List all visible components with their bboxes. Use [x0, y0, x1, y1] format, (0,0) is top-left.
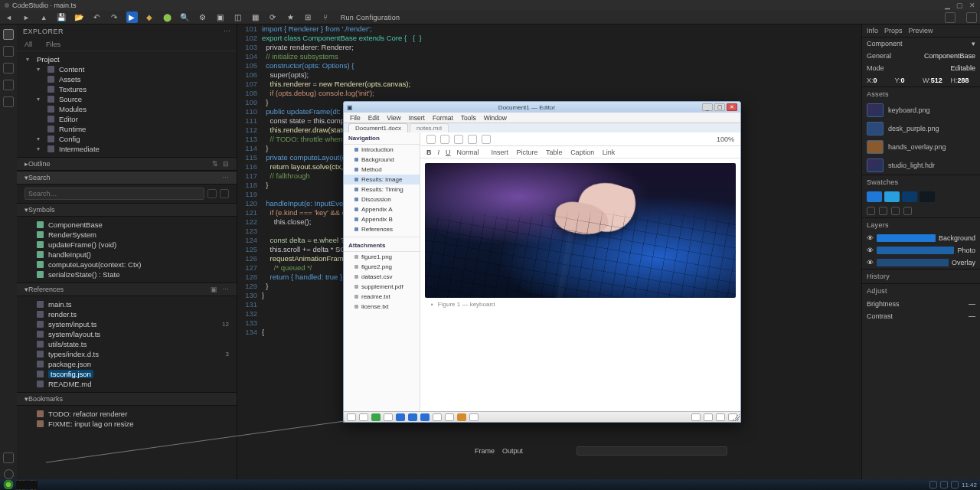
settings-icon[interactable]: ⚙ — [197, 11, 208, 23]
refs-section[interactable]: ▾References ▣⋯ — [17, 283, 237, 296]
maximize-icon[interactable]: ▢ — [956, 2, 963, 9]
layout-2-icon[interactable] — [966, 12, 977, 23]
refresh-icon[interactable]: ⟳ — [267, 11, 279, 23]
tree-root[interactable]: ▾Project — [17, 54, 237, 64]
asset-item[interactable]: hands_overlay.png — [862, 138, 980, 156]
child-attachment-item[interactable]: readme.txt — [344, 292, 420, 302]
child-minimize-button[interactable]: _ — [702, 103, 713, 111]
style-select[interactable]: Normal — [457, 149, 479, 156]
refs-more-icon[interactable]: ⋯ — [222, 286, 229, 293]
reference-item[interactable]: types/index.d.ts3 — [17, 349, 237, 359]
child-sb-icon[interactable] — [408, 413, 417, 421]
child-nav-item[interactable]: Results: Image — [344, 175, 420, 185]
child-nav-item[interactable]: Discussion — [344, 194, 420, 204]
child-format-item[interactable]: Caption — [570, 149, 594, 156]
reference-item[interactable]: main.ts — [17, 299, 237, 309]
child-zoom[interactable]: 100% — [717, 136, 734, 143]
rail-ext-icon[interactable] — [3, 96, 14, 107]
tree-item[interactable]: Assets — [17, 74, 237, 84]
child-format-item[interactable]: Picture — [517, 149, 538, 156]
code-line[interactable]: 104 // initialize subsystems — [237, 52, 861, 61]
reference-item[interactable]: render.ts — [17, 309, 237, 319]
color-swatch[interactable] — [902, 191, 917, 202]
asset-item[interactable]: desk_purple.png — [862, 119, 980, 138]
asset-item[interactable]: studio_light.hdr — [862, 156, 980, 175]
tree-folder[interactable]: ▾Config — [17, 134, 237, 144]
tree-folder[interactable]: ▾Intermediate — [17, 144, 237, 154]
inspector-tab[interactable]: Preview — [909, 27, 933, 34]
rail-search-icon[interactable] — [3, 46, 14, 57]
grid-icon[interactable]: ▦ — [250, 11, 261, 23]
child-sb-icon[interactable] — [457, 413, 466, 421]
redo-icon[interactable]: ↷ — [109, 11, 120, 23]
rail-git-icon[interactable] — [3, 63, 14, 74]
inspector-tab[interactable]: Info — [867, 27, 878, 34]
symbol-item[interactable]: ComponentBase — [17, 220, 237, 230]
child-nav-item[interactable]: Results: Timing — [344, 185, 420, 194]
inspector-field[interactable]: H:288 — [951, 77, 976, 84]
bookmarks-section[interactable]: ▾Bookmarks — [17, 392, 237, 406]
explorer-more-icon[interactable]: ⋯ — [224, 28, 231, 35]
child-window[interactable]: ▣ Document1 — Editor _ ▢ ✕ FileEditViewI… — [343, 101, 741, 423]
tree-item[interactable]: Modules — [17, 104, 237, 114]
inspector-value[interactable]: Editable — [950, 64, 975, 72]
child-nav-item[interactable]: Appendix A — [344, 204, 420, 214]
child-menu-item[interactable]: Format — [433, 114, 453, 122]
child-menu-item[interactable]: Tools — [461, 114, 476, 122]
delete-swatch-icon[interactable] — [891, 207, 900, 215]
start-button[interactable] — [3, 480, 14, 489]
split-icon[interactable]: ◫ — [232, 11, 243, 23]
outline-sort-icon[interactable]: ⇅ — [212, 160, 218, 168]
symbol-item[interactable]: updateFrame() (void) — [17, 240, 237, 250]
symbol-item[interactable]: RenderSystem — [17, 230, 237, 240]
code-line[interactable]: 103 private renderer: Renderer; — [237, 43, 861, 52]
layer-item[interactable]: 👁Photo — [862, 244, 980, 256]
nav-up-icon[interactable]: ▲ — [38, 14, 50, 21]
child-format-item[interactable]: Table — [546, 149, 563, 156]
child-attachment-item[interactable]: figure2.png — [344, 262, 420, 272]
chevron-down-icon[interactable]: ▾ — [972, 40, 975, 47]
child-sb-icon[interactable] — [445, 413, 454, 421]
command-input[interactable] — [577, 446, 727, 456]
search-opts-icon[interactable]: ⋯ — [222, 174, 229, 181]
tray-icon[interactable] — [940, 481, 948, 488]
symbol-item[interactable]: serializeState() : State — [17, 270, 237, 279]
child-attachment-item[interactable]: license.txt — [344, 302, 420, 312]
child-copy-icon[interactable] — [468, 135, 477, 144]
code-line[interactable]: 107 this.renderer = new Renderer(opts.ca… — [237, 80, 861, 89]
child-sb-icon[interactable] — [371, 413, 381, 421]
open-icon[interactable]: 📂 — [74, 11, 85, 23]
symbols-section[interactable]: ▾Symbols — [17, 203, 237, 217]
rail-settings-icon[interactable] — [4, 469, 14, 479]
add-swatch-icon[interactable] — [879, 207, 887, 215]
child-close-button[interactable]: ✕ — [727, 103, 737, 111]
child-format-item[interactable]: Link — [603, 149, 616, 156]
reference-item[interactable]: README.md — [17, 379, 237, 389]
bookmark-item[interactable]: TODO: refactor renderer — [17, 409, 237, 419]
layout-1-icon[interactable] — [945, 12, 956, 23]
child-menu-item[interactable]: Insert — [409, 114, 425, 122]
eye-icon[interactable]: 👁 — [867, 234, 874, 242]
inspector-field[interactable]: X:0 — [867, 77, 892, 84]
inspector-value[interactable]: ComponentBase — [924, 52, 975, 60]
reference-item[interactable]: tsconfig.json — [17, 369, 237, 379]
nav-fwd-icon[interactable]: ► — [21, 14, 32, 21]
outline-collapse-icon[interactable]: ⊟ — [223, 160, 229, 168]
symbol-item[interactable]: computeLayout(context: Ctx) — [17, 260, 237, 270]
bookmark-icon[interactable]: ★ — [285, 11, 296, 23]
search-case-icon[interactable] — [207, 189, 217, 198]
child-menu-item[interactable]: File — [350, 114, 361, 122]
symbol-item[interactable]: handleInput() — [17, 250, 237, 260]
embedded-image[interactable] — [425, 163, 736, 298]
child-sb-icon[interactable] — [347, 413, 356, 421]
nav-back-icon[interactable]: ◄ — [3, 14, 15, 21]
system-tray[interactable]: 11:42 — [929, 481, 977, 488]
adjust-item[interactable]: Brightness— — [862, 298, 980, 310]
child-sb-icon[interactable] — [396, 413, 405, 421]
child-print-icon[interactable] — [440, 135, 449, 144]
child-save-icon[interactable] — [426, 135, 436, 144]
reference-item[interactable]: system/layout.ts — [17, 329, 237, 339]
explorer-tab[interactable]: Files — [46, 41, 60, 48]
eyedropper-icon[interactable] — [867, 207, 875, 215]
rail-account-icon[interactable] — [3, 452, 14, 463]
